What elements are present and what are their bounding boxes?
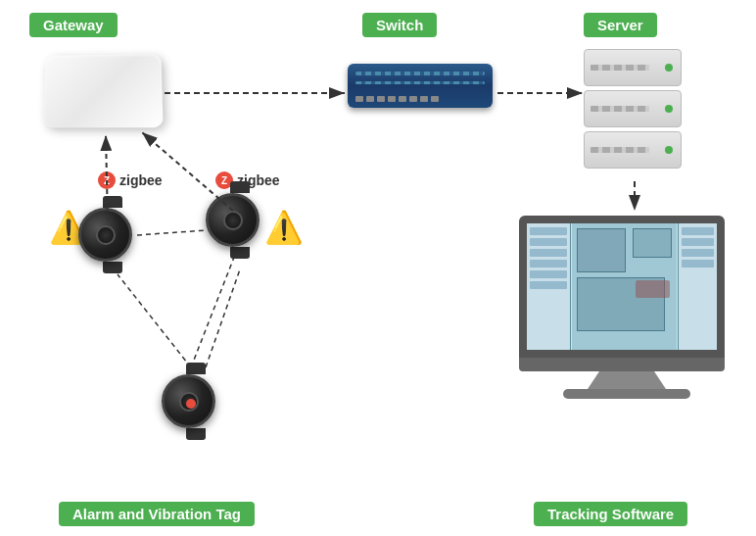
switch-icon [348, 64, 493, 108]
watch-center-left [96, 225, 116, 245]
watch-circle-left [78, 208, 132, 262]
watch-circle-bottom [162, 374, 215, 428]
switch-label: Switch [362, 13, 437, 37]
watch-band-top-bottom [186, 363, 206, 374]
line-watch-extra [191, 255, 235, 367]
watch-center-top [206, 181, 274, 250]
watch-band-bottom-bottom [186, 428, 206, 440]
floor-plan [527, 223, 717, 350]
floor-right-panel [678, 223, 717, 350]
monitor-foot [563, 389, 690, 399]
watch-left [78, 196, 147, 265]
diagram-container: Gateway Switch Server Alarm and Vibratio… [0, 0, 756, 536]
gateway-label: Gateway [29, 13, 118, 37]
floor-main-area [572, 223, 677, 350]
watch-circle-center [206, 193, 260, 247]
monitor-device [519, 216, 734, 399]
switch-device [348, 64, 495, 118]
server-unit-3 [584, 131, 682, 169]
watch-band-top-center [230, 181, 250, 193]
gateway-device [44, 54, 162, 132]
server-device [584, 49, 711, 176]
red-dot [186, 399, 196, 409]
watch-band-bottom-center [230, 247, 250, 259]
floor-left-panel [527, 223, 571, 350]
gateway-icon [44, 54, 164, 127]
watch-band-bottom-left [103, 262, 122, 273]
watch-bottom [162, 363, 230, 431]
watch-band-top-left [103, 196, 122, 208]
zigbee-label-left: Z zigbee [98, 171, 163, 189]
line-watch-cross [137, 230, 206, 235]
server-unit-2 [584, 90, 682, 127]
monitor-screen [519, 216, 725, 358]
line-watch-bottom-left [118, 274, 191, 367]
server-unit-1 [584, 49, 682, 86]
watch-center-center [223, 211, 243, 230]
line-watch-bottom-center [206, 269, 240, 367]
zigbee-logo-left: Z [98, 171, 116, 189]
monitor-stand [588, 371, 666, 389]
zigbee-text-left: zigbee [119, 172, 163, 188]
tracking-label: Tracking Software [534, 502, 687, 526]
server-label: Server [584, 13, 657, 37]
monitor-base [519, 358, 725, 371]
alarm-label: Alarm and Vibration Tag [59, 502, 255, 526]
